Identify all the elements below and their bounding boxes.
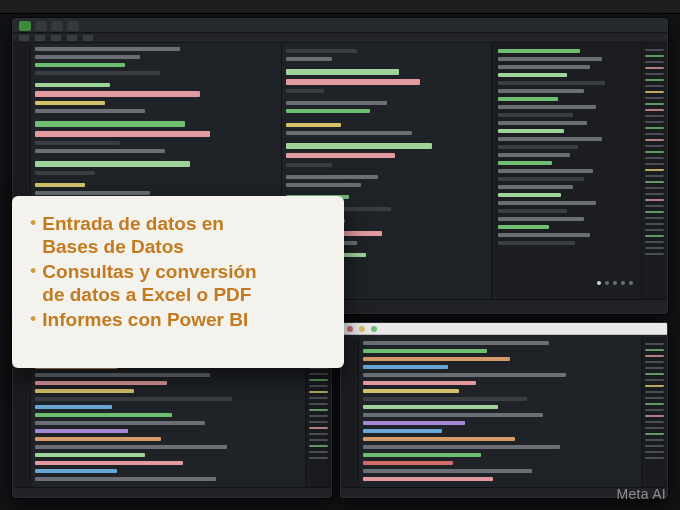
minimap[interactable] bbox=[641, 337, 667, 487]
watermark: Meta AI bbox=[616, 486, 666, 502]
editor-body bbox=[341, 337, 667, 487]
page-dot[interactable] bbox=[621, 281, 625, 285]
feature-item: • Informes con Power BI bbox=[30, 308, 326, 331]
page-dot[interactable] bbox=[605, 281, 609, 285]
feature-text: Entrada de datos en bbox=[42, 212, 224, 235]
feature-overlay: • Entrada de datos en Bases de Datos • C… bbox=[12, 196, 344, 368]
bullet-icon: • bbox=[30, 308, 36, 330]
tabbar bbox=[13, 19, 667, 33]
tab-1[interactable] bbox=[19, 21, 31, 31]
window-header bbox=[341, 323, 667, 335]
page-dot[interactable] bbox=[629, 281, 633, 285]
feature-text: Informes con Power BI bbox=[42, 308, 248, 331]
feature-text: Bases de Datos bbox=[42, 235, 224, 258]
feature-list: • Entrada de datos en Bases de Datos • C… bbox=[30, 212, 326, 331]
toolbar-btn[interactable] bbox=[19, 35, 29, 41]
bullet-icon: • bbox=[30, 212, 36, 234]
toolbar-btn[interactable] bbox=[35, 35, 45, 41]
bullet-icon: • bbox=[30, 260, 36, 282]
tab-3[interactable] bbox=[51, 21, 63, 31]
tab-4[interactable] bbox=[67, 21, 79, 31]
stage: • Entrada de datos en Bases de Datos • C… bbox=[0, 0, 680, 510]
tab-2[interactable] bbox=[35, 21, 47, 31]
feature-text: Consultas y conversión bbox=[42, 260, 256, 283]
page-dot[interactable] bbox=[597, 281, 601, 285]
side-panel bbox=[491, 43, 641, 299]
window-min-icon[interactable] bbox=[359, 326, 365, 332]
minimap[interactable] bbox=[641, 43, 667, 299]
os-menubar bbox=[0, 0, 680, 14]
page-dot[interactable] bbox=[613, 281, 617, 285]
toolbar bbox=[13, 33, 667, 43]
pagination[interactable] bbox=[589, 281, 633, 285]
statusbar bbox=[13, 487, 331, 497]
feature-item: • Consultas y conversión de datos a Exce… bbox=[30, 260, 326, 306]
toolbar-btn[interactable] bbox=[83, 35, 93, 41]
code-area[interactable] bbox=[359, 337, 641, 487]
window-max-icon[interactable] bbox=[371, 326, 377, 332]
toolbar-btn[interactable] bbox=[67, 35, 77, 41]
toolbar-btn[interactable] bbox=[51, 35, 61, 41]
feature-item: • Entrada de datos en Bases de Datos bbox=[30, 212, 326, 258]
window-close-icon[interactable] bbox=[347, 326, 353, 332]
editor-bottom-right bbox=[340, 322, 668, 498]
feature-text: de datos a Excel o PDF bbox=[42, 283, 256, 306]
